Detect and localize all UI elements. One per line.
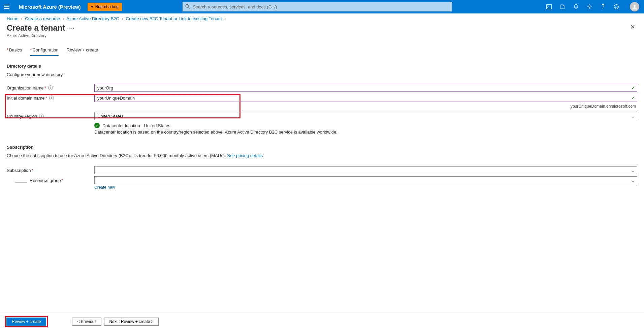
crumb-aad-b2c[interactable]: Azure Active Directory B2C	[66, 16, 119, 21]
label-org-name: Organization name * i	[7, 85, 94, 90]
close-icon[interactable]: ✕	[630, 23, 635, 31]
tab-config-label: Configuration	[32, 47, 58, 52]
chevron-right-icon: ›	[21, 16, 22, 21]
datacenter-text: Datacenter location - United States	[102, 123, 170, 128]
indent-line	[15, 178, 27, 183]
service-name: Azure Active Directory	[0, 33, 644, 38]
label-domain-name: Initial domain name * i	[7, 96, 94, 101]
check-icon: ✓	[631, 95, 635, 101]
hamburger-icon	[4, 5, 9, 9]
report-bug-label: Report a bug	[95, 4, 119, 9]
svg-point-8	[617, 6, 618, 7]
svg-point-0	[186, 4, 189, 7]
svg-point-4	[589, 6, 590, 7]
create-new-rg-link[interactable]: Create new	[94, 185, 637, 190]
required-asterisk: *	[45, 96, 47, 101]
help-icon[interactable]	[596, 0, 610, 13]
row-country: Country/Region i United States ⌄	[7, 112, 637, 120]
rg-text: Resource group	[30, 178, 61, 183]
crumb-create-resource[interactable]: Create a resource	[25, 16, 60, 21]
domain-name-text: Initial domain name	[7, 96, 45, 101]
tab-basics[interactable]: *Basics	[7, 47, 22, 56]
subscription-select[interactable]: ⌄	[94, 166, 637, 174]
tab-review-create[interactable]: Review + create	[67, 47, 98, 56]
info-icon[interactable]: i	[39, 114, 44, 118]
svg-point-6	[614, 5, 619, 9]
wizard-tabs: *Basics *Configuration Review + create	[0, 38, 644, 56]
crumb-home[interactable]: Home	[7, 16, 19, 21]
check-icon: ✓	[631, 85, 635, 90]
subscription-desc-text: Choose the subscription to use for Azure…	[7, 153, 227, 158]
annotation-highlight-primary: Review + create	[5, 316, 48, 327]
domain-suffix: yourUniqueDomain.onmicrosoft.com	[7, 104, 637, 109]
crumb-create-tenant[interactable]: Create new B2C Tenant or Link to existin…	[126, 16, 222, 21]
domain-name-input[interactable]	[94, 94, 637, 102]
tab-configuration[interactable]: *Configuration	[30, 47, 58, 56]
org-name-input[interactable]	[94, 84, 637, 92]
search-input[interactable]	[183, 2, 452, 11]
required-asterisk: *	[62, 178, 63, 183]
cloud-shell-icon[interactable]	[542, 0, 556, 13]
review-create-button[interactable]: Review + create	[6, 318, 46, 326]
tab-review-label: Review + create	[67, 47, 98, 52]
subscription-desc: Choose the subscription to use for Azure…	[7, 153, 637, 158]
datacenter-note: Datacenter location is based on the coun…	[94, 130, 637, 135]
row-subscription: Subscription * ⌄	[7, 166, 637, 174]
chevron-right-icon: ›	[224, 16, 226, 21]
country-value: United States	[97, 114, 124, 119]
country-text: Country/Region	[7, 114, 37, 119]
page-head: Create a tenant ⋯ ✕	[0, 21, 644, 33]
top-bar: Microsoft Azure (Preview) ⌖ Report a bug	[0, 0, 644, 13]
svg-point-7	[615, 6, 616, 7]
chevron-right-icon: ›	[63, 16, 64, 21]
info-icon[interactable]: i	[49, 96, 54, 100]
previous-button[interactable]: < Previous	[72, 318, 101, 326]
search-icon	[185, 4, 190, 10]
brand-label: Microsoft Azure (Preview)	[19, 4, 81, 10]
chevron-right-icon: ›	[122, 16, 123, 21]
required-asterisk: *	[30, 47, 32, 52]
section-subscription: Subscription	[7, 145, 637, 150]
wizard-footer: Review + create < Previous Next : Review…	[0, 313, 644, 330]
pricing-link[interactable]: See pricing details	[227, 153, 263, 158]
label-country: Country/Region i	[7, 114, 94, 119]
required-asterisk: *	[32, 168, 33, 173]
chevron-down-icon: ⌄	[631, 178, 635, 183]
svg-rect-2	[547, 5, 552, 9]
directory-helper: Configure your new directory	[7, 72, 637, 77]
directories-icon[interactable]	[556, 0, 569, 13]
required-asterisk: *	[7, 47, 8, 52]
row-resource-group: Resource group * ⌄	[7, 176, 637, 184]
svg-point-5	[603, 8, 603, 9]
user-avatar[interactable]	[630, 2, 639, 11]
label-subscription: Subscription *	[7, 168, 94, 173]
org-name-text: Organization name	[7, 85, 44, 90]
subscription-text: Subscription	[7, 168, 31, 173]
resource-group-select[interactable]: ⌄	[94, 176, 637, 184]
label-resource-group: Resource group *	[30, 178, 94, 183]
section-directory-details: Directory details	[7, 64, 637, 69]
top-icons	[542, 0, 644, 13]
svg-point-9	[634, 5, 636, 7]
chevron-down-icon: ⌄	[631, 114, 635, 119]
row-domain-name: Initial domain name * i ✓	[7, 94, 637, 102]
next-button[interactable]: Next : Review + create >	[104, 318, 158, 326]
settings-icon[interactable]	[583, 0, 596, 13]
chevron-down-icon: ⌄	[631, 168, 635, 173]
global-search	[183, 2, 452, 11]
svg-line-1	[188, 7, 190, 8]
row-org-name: Organization name * i ✓	[7, 84, 637, 92]
country-select[interactable]: United States ⌄	[94, 112, 637, 120]
menu-toggle[interactable]	[0, 0, 13, 13]
info-icon[interactable]: i	[48, 85, 53, 90]
check-circle-icon: ✓	[94, 123, 100, 128]
page-title: Create a tenant	[7, 23, 65, 33]
datacenter-status: ✓ Datacenter location - United States	[94, 123, 637, 128]
breadcrumb: Home › Create a resource › Azure Active …	[0, 13, 644, 21]
feedback-icon[interactable]	[610, 0, 623, 13]
required-asterisk: *	[44, 85, 46, 90]
notifications-icon[interactable]	[569, 0, 583, 13]
report-bug-button[interactable]: ⌖ Report a bug	[88, 3, 122, 11]
tab-basics-label: Basics	[9, 47, 22, 52]
more-menu[interactable]: ⋯	[69, 25, 75, 32]
